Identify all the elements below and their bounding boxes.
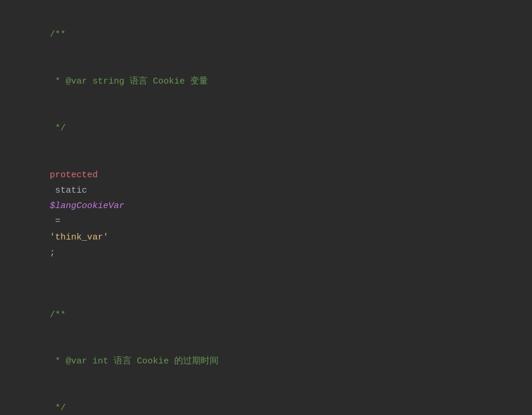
keyword-protected-1: protected [50, 170, 98, 180]
comment-var-1: * @var string 语言 Cookie 变量 [18, 59, 514, 106]
code-editor: /** * @var string 语言 Cookie 变量 */ protec… [0, 0, 532, 415]
value-think-var: 'think_var' [50, 232, 108, 242]
code-line-1: protected static $langCookieVar = 'think… [18, 152, 514, 276]
var-langcookievar: $langCookieVar [50, 201, 124, 211]
comment-start-2: /** [18, 292, 514, 339]
code-block-1: /** * @var string 语言 Cookie 变量 */ protec… [18, 12, 514, 276]
comment-end-2: */ [18, 385, 514, 415]
comment-start-1: /** [18, 12, 514, 59]
code-block-2: /** * @var int 语言 Cookie 的过期时间 */ protec… [18, 292, 514, 415]
comment-var-2: * @var int 语言 Cookie 的过期时间 [18, 339, 514, 385]
comment-end-1: */ [18, 106, 514, 152]
